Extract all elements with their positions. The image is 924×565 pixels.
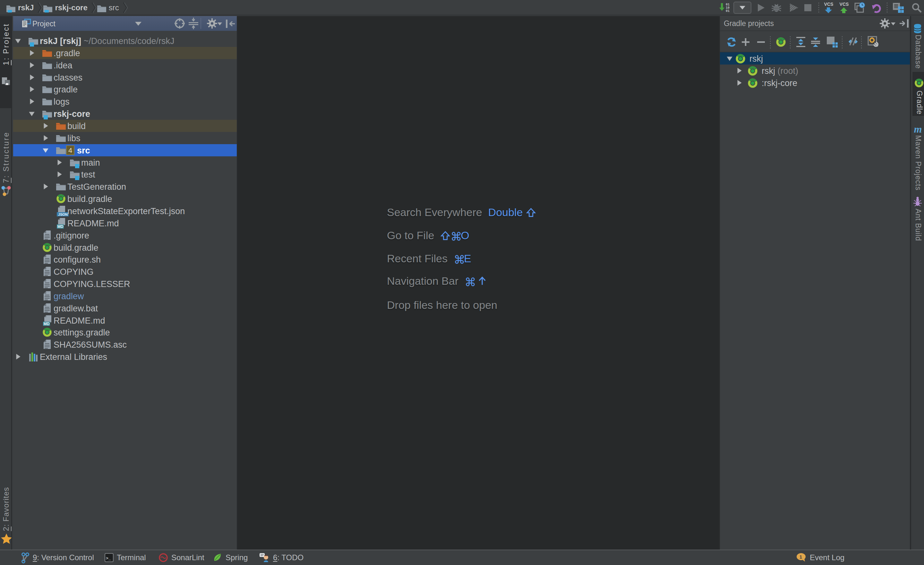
svg-text:VCS: VCS [824,2,834,7]
svg-text:>_: >_ [106,556,111,561]
svg-text:MD: MD [57,224,63,228]
svg-text:01: 01 [726,9,730,13]
svg-text:MD: MD [44,322,50,326]
svg-text:1: 1 [800,554,802,559]
svg-text:JSON: JSON [58,212,68,216]
svg-text:m: m [914,125,922,134]
svg-text:VCS: VCS [840,2,849,7]
